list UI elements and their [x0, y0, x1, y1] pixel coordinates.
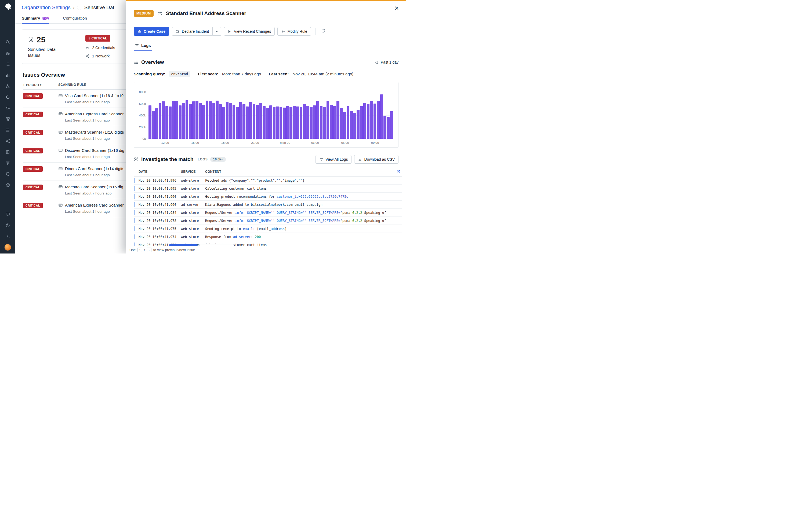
chart-bar	[229, 103, 232, 139]
last-seen-value: Nov 20, 10:44 am (2 minutes ago)	[292, 72, 353, 76]
chart-bar	[249, 102, 252, 139]
x-tick-label: 06:00	[341, 141, 349, 144]
card-scanner-icon	[58, 112, 63, 116]
scanning-rule-link[interactable]: MasterCard Scanner (1x16 digits	[58, 130, 124, 134]
declare-incident-dropdown-button[interactable]	[213, 27, 221, 36]
breadcrumb-chevron-icon: ›	[73, 5, 74, 10]
x-tick-label: Mon 20	[280, 141, 290, 144]
tab-logs[interactable]: Logs	[134, 43, 152, 51]
performance-icon[interactable]	[0, 103, 15, 113]
help-icon[interactable]	[0, 220, 15, 231]
priority-column-header[interactable]: ↓ PRIORITY	[23, 83, 58, 87]
arrow-down-key-icon: ↓	[147, 247, 151, 252]
apm-icon[interactable]	[0, 92, 15, 103]
scanning-rule-link[interactable]: American Express Card Scanner	[58, 112, 123, 116]
investigate-scan-icon	[134, 157, 139, 162]
breadcrumb-current: Sensitive Dat	[84, 5, 114, 10]
log-content: Request/Server info: SCRIPT_NAME='' QUER…	[205, 211, 402, 215]
log-row[interactable]: Nov 20 10:00:41.990web-storeGetting prod…	[134, 192, 402, 201]
network-chip[interactable]: 1 Network	[85, 54, 115, 58]
panel-header: MEDIUM Standard Email Address Scanner ✕	[126, 1, 406, 19]
chart-bar	[172, 101, 175, 139]
log-row[interactable]: Nov 20 10:00:41.995web-storeCalculating …	[134, 184, 402, 192]
chart-bar	[202, 105, 205, 139]
log-row[interactable]: Nov 20 10:00:41.975web-storeSending rece…	[134, 225, 402, 233]
chart-bar	[367, 104, 370, 139]
scan-icon	[28, 37, 34, 43]
service-map-icon[interactable]	[0, 135, 15, 147]
card-scanner-icon	[58, 130, 63, 134]
log-level-indicator	[134, 186, 135, 191]
chart-bar	[206, 101, 209, 139]
software-catalog-icon[interactable]	[0, 179, 15, 190]
chart-bar	[186, 100, 189, 139]
watchdog-icon[interactable]	[0, 48, 15, 58]
card-scanner-icon	[58, 166, 63, 171]
chart-bar	[300, 107, 303, 139]
issues-count-label: Sensitive Data Issues	[28, 47, 68, 58]
log-row[interactable]: Nov 20 10:00:41.974web-storeResponse fro…	[134, 233, 402, 241]
chart-bar	[169, 107, 171, 139]
chart-bar	[296, 107, 299, 139]
changes-doc-icon	[228, 30, 232, 34]
infrastructure-icon[interactable]	[0, 113, 15, 124]
close-icon[interactable]: ✕	[393, 4, 400, 12]
log-row[interactable]: Nov 20 10:00:41.978web-storeRequest/Serv…	[134, 217, 402, 225]
security-icon[interactable]	[0, 168, 15, 179]
chat-icon[interactable]	[0, 209, 15, 220]
notebooks-icon[interactable]	[0, 147, 15, 158]
y-tick-label: 600k	[139, 102, 146, 105]
assistant-icon[interactable]	[0, 231, 15, 242]
log-row[interactable]: Nov 20 10:00:41.990ad-serverKiara.Hagene…	[134, 201, 402, 209]
credentials-chip[interactable]: 2 Credentials	[85, 46, 115, 50]
critical-count-badge[interactable]: 8 CRITICAL	[85, 35, 110, 42]
create-case-button[interactable]: Create Case	[134, 27, 169, 36]
tab-summary[interactable]: Summary NEW	[22, 16, 49, 23]
chart-bar	[377, 101, 380, 139]
scanning-rule-column-header[interactable]: SCANNING RULE	[58, 83, 86, 87]
x-tick-label: 15:00	[191, 141, 199, 144]
scanning-rule-link[interactable]: Diners Card Scanner (1x14 digits	[58, 166, 124, 171]
view-recent-changes-button[interactable]: View Recent Changes	[224, 27, 275, 36]
scanning-rule-link[interactable]: American Express Card Scanner	[58, 203, 123, 207]
dashboards-icon[interactable]	[0, 69, 15, 80]
scanning-rule-link[interactable]: Visa Card Scanner (1x16 & 1x19	[58, 93, 123, 98]
search-icon[interactable]	[0, 37, 15, 48]
meta-divider	[265, 72, 265, 76]
scanning-rule-link[interactable]: Maestro Card Scanner (1x16 dig	[58, 184, 123, 189]
investigate-actions: View All Logs Download as CSV	[315, 155, 399, 164]
modify-rule-button[interactable]: Modify Rule	[277, 27, 311, 36]
last-seen-text: Last Seen about 1 hour ago	[65, 155, 124, 159]
scanning-query-label: Scanning query:	[134, 72, 165, 76]
chart-bar	[384, 116, 387, 139]
chart-bar	[269, 105, 272, 139]
view-all-logs-button[interactable]: View All Logs	[315, 155, 352, 164]
last-seen-text: Last Seen about 1 hour ago	[65, 118, 123, 122]
breadcrumb-org-settings-link[interactable]: Organization Settings	[22, 5, 70, 10]
user-avatar[interactable]	[4, 244, 11, 251]
refresh-button[interactable]	[320, 27, 326, 35]
date-column-header: DATE	[139, 170, 181, 174]
log-level-indicator	[134, 226, 135, 231]
declare-incident-button[interactable]: Declare Incident	[172, 27, 213, 36]
network-icon	[85, 54, 90, 58]
logs-icon[interactable]	[0, 158, 15, 168]
scanning-query-value[interactable]: env:prod	[169, 71, 190, 77]
logs-timeseries-chart[interactable]: 800k600k400k200k0k 12:0015:0018:0021:00M…	[134, 82, 399, 148]
time-range-selector[interactable]: Past 1 day	[375, 60, 399, 64]
metrics-icon[interactable]	[0, 124, 15, 135]
chart-bar	[239, 102, 242, 139]
panel-title: Standard Email Address Scanner	[166, 10, 246, 16]
download-csv-button[interactable]: Download as CSV	[354, 155, 399, 164]
chart-bar	[233, 105, 236, 139]
case-icon	[138, 30, 142, 34]
events-icon[interactable]	[0, 58, 15, 69]
datadog-logo-icon[interactable]	[4, 3, 12, 11]
log-content: Calculating customer cart items	[205, 187, 402, 190]
scanning-rule-link[interactable]: Discover Card Scanner (1x16 dig	[58, 148, 124, 153]
log-row[interactable]: Nov 20 10:00:41.984web-storeRequest/Serv…	[134, 209, 402, 217]
tab-configuration[interactable]: Configuration	[63, 16, 87, 23]
bits-ai-icon[interactable]	[0, 80, 15, 92]
open-in-new-icon[interactable]	[395, 170, 402, 174]
log-row[interactable]: Nov 20 10:00:41.996web-storeFetched ads …	[134, 176, 402, 184]
